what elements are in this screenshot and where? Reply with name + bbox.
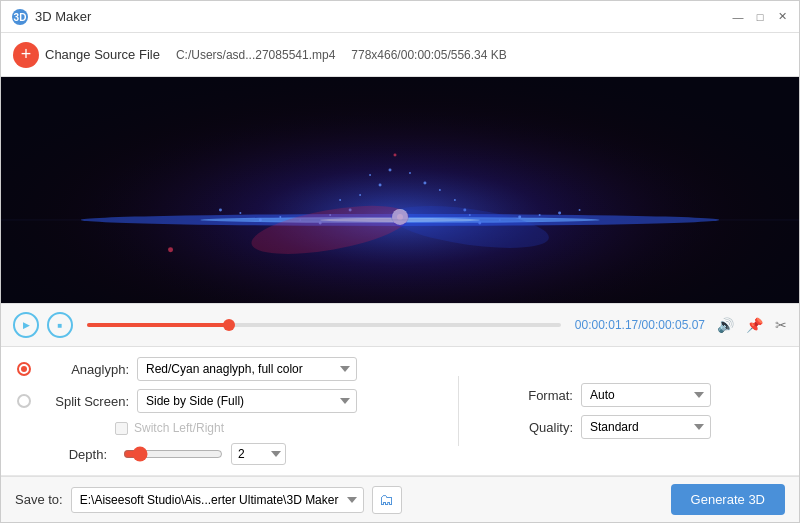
titlebar: 3D 3D Maker — □ ✕ [1,1,799,33]
pin-icon[interactable]: 📌 [746,317,763,333]
time-display: 00:00:01.17/00:00:05.07 [575,318,705,332]
format-select[interactable]: Auto MP4 AVI MKV [581,383,711,407]
switch-left-right-label: Switch Left/Right [134,421,224,435]
change-source-label: Change Source File [45,47,160,62]
svg-point-16 [423,182,426,185]
file-path: C:/Users/asd...27085541.mp4 [176,48,335,62]
anaglyph-radio[interactable] [17,362,31,376]
depth-select[interactable]: 1 2 3 4 5 [231,443,286,465]
svg-point-12 [359,194,361,196]
svg-point-13 [369,174,371,176]
svg-point-33 [239,212,241,214]
format-label: Format: [483,388,573,403]
cut-icon[interactable]: ✂ [775,317,787,333]
switch-left-right-checkbox[interactable] [115,422,128,435]
anaglyph-radio-inner [21,366,27,372]
anaglyph-item: Anaglyph: Red/Cyan anaglyph, full color … [17,357,434,381]
svg-text:3D: 3D [14,12,27,23]
split-screen-radio[interactable] [17,394,31,408]
divider [458,376,459,446]
time-total: 00:00:05.07 [642,318,705,332]
split-screen-select[interactable]: Side by Side (Full) Side by Side (Half) … [137,389,357,413]
depth-label: Depth: [17,447,107,462]
stop-button[interactable]: ■ [47,312,73,338]
anaglyph-select[interactable]: Red/Cyan anaglyph, full color Red/Cyan a… [137,357,357,381]
time-current: 00:00:01.17 [575,318,638,332]
progress-thumb[interactable] [223,319,235,331]
volume-icon[interactable]: 🔊 [717,317,734,333]
svg-point-35 [219,208,222,211]
svg-point-37 [394,154,397,157]
toolbar: + Change Source File C:/Users/asd...2708… [1,33,799,77]
svg-point-36 [168,247,173,252]
svg-point-19 [339,199,341,201]
settings-left: Anaglyph: Red/Cyan anaglyph, full color … [17,357,434,465]
window-controls: — □ ✕ [731,10,789,24]
save-to-label: Save to: [15,492,63,507]
play-button[interactable]: ▶ [13,312,39,338]
add-icon: + [13,42,39,68]
format-item: Format: Auto MP4 AVI MKV [483,383,783,407]
open-folder-button[interactable]: 🗂 [372,486,402,514]
progress-fill [87,323,229,327]
file-info: 778x466/00:00:05/556.34 KB [351,48,506,62]
change-source-button[interactable]: + Change Source File [13,42,160,68]
svg-point-15 [409,172,411,174]
controls-bar: ▶ ■ 00:00:01.17/00:00:05.07 🔊 📌 ✂ [1,303,799,347]
svg-point-20 [454,199,456,201]
svg-point-31 [539,214,541,216]
anaglyph-label: Anaglyph: [39,362,129,377]
settings-panel: Anaglyph: Red/Cyan anaglyph, full color … [1,347,799,476]
close-button[interactable]: ✕ [775,10,789,24]
split-screen-label: Split Screen: [39,394,129,409]
play-icon: ▶ [23,320,30,330]
app-title: 3D Maker [35,9,731,24]
video-area[interactable] [1,77,799,303]
settings-row: Anaglyph: Red/Cyan anaglyph, full color … [17,357,783,465]
svg-point-28 [518,215,521,218]
folder-icon: 🗂 [379,491,394,508]
svg-point-34 [579,209,581,211]
svg-point-11 [379,184,382,187]
settings-right: Format: Auto MP4 AVI MKV Quality: Standa… [483,383,783,439]
quality-item: Quality: Standard High Ultra High [483,415,783,439]
app-icon: 3D [11,8,29,26]
svg-point-29 [279,216,281,218]
generate-3d-button[interactable]: Generate 3D [671,484,785,515]
restore-button[interactable]: □ [753,10,767,24]
video-scene [1,77,799,303]
svg-point-17 [439,189,441,191]
main-window: 3D 3D Maker — □ ✕ + Change Source File C… [0,0,800,523]
depth-row: Depth: 1 2 3 4 5 [17,443,434,465]
progress-bar[interactable] [87,323,561,327]
quality-select[interactable]: Standard High Ultra High [581,415,711,439]
split-screen-item: Split Screen: Side by Side (Full) Side b… [17,389,434,413]
svg-point-32 [558,211,561,214]
quality-label: Quality: [483,420,573,435]
svg-point-14 [389,169,392,172]
minimize-button[interactable]: — [731,10,745,24]
stop-icon: ■ [58,321,63,330]
bottom-bar: Save to: E:\Aiseesoft Studio\Ais...erter… [1,476,799,522]
switch-left-right-item: Switch Left/Right [115,421,434,435]
save-path-select[interactable]: E:\Aiseesoft Studio\Ais...erter Ultimate… [71,487,364,513]
svg-rect-4 [1,77,799,303]
depth-slider[interactable] [123,446,223,462]
